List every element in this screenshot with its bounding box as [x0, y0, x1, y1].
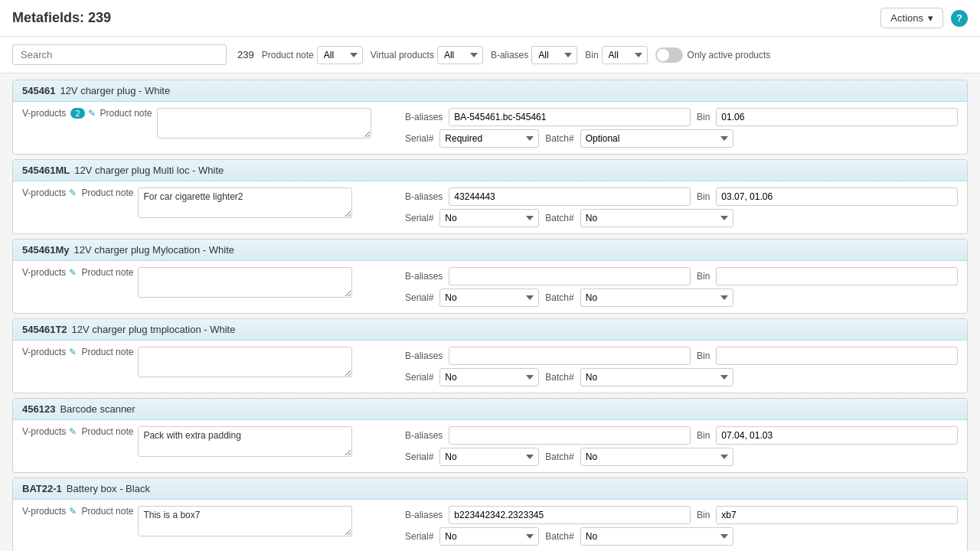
- bin-label: Bin: [697, 191, 710, 202]
- b-aliases-input[interactable]: [449, 267, 691, 285]
- bin-label: Bin: [697, 112, 710, 122]
- bin-input[interactable]: [716, 187, 958, 206]
- product-header[interactable]: 545461T212V charger plug tmplocation - W…: [13, 319, 967, 341]
- b-aliases-label: B-aliases: [405, 350, 443, 361]
- serial-label: Serial#: [405, 531, 433, 542]
- product-row: V-products ✎Product noteThis is a box7 B…: [22, 506, 958, 546]
- batch-label: Batch#: [545, 531, 573, 542]
- serial-select[interactable]: NoRequiredOptional: [439, 368, 539, 386]
- b-aliases-input[interactable]: [449, 506, 691, 524]
- bin-select[interactable]: All: [602, 46, 648, 64]
- search-input[interactable]: [12, 44, 227, 65]
- product-name: 12V charger plug Mylocation - White: [74, 244, 234, 256]
- v-products-badge: 2: [70, 108, 84, 119]
- product-header[interactable]: 545461ML12V charger plug Multi loc - Whi…: [13, 160, 967, 181]
- actions-chevron-icon: ▾: [928, 12, 933, 24]
- v-products-label: V-products2 ✎: [22, 108, 96, 119]
- product-note-label: Product note: [81, 347, 133, 357]
- v-products-text: V-products: [22, 187, 66, 198]
- virtual-products-label: Virtual products: [371, 50, 434, 60]
- product-note-textarea[interactable]: [157, 108, 371, 139]
- active-products-toggle-container: Only active products: [655, 47, 771, 63]
- product-header[interactable]: 54546112V charger plug - White: [13, 80, 967, 102]
- b-aliases-label: B-aliases: [405, 271, 443, 282]
- product-note-textarea[interactable]: Pack with extra padding: [138, 426, 352, 457]
- batch-select[interactable]: NoRequiredOptional: [580, 448, 733, 466]
- b-aliases-input[interactable]: [449, 426, 691, 445]
- product-body: V-products ✎Product note B-aliases Bin S…: [13, 341, 967, 393]
- batch-label: Batch#: [545, 452, 573, 462]
- b-aliases-label: B-aliases: [405, 191, 443, 202]
- product-note-label: Product note: [81, 506, 133, 517]
- help-icon[interactable]: ?: [951, 10, 968, 27]
- product-section: 54546112V charger plug - WhiteV-products…: [12, 80, 968, 155]
- product-note-label: Product note: [81, 267, 133, 278]
- serial-select[interactable]: NoRequiredOptional: [439, 129, 539, 148]
- product-list: 54546112V charger plug - WhiteV-products…: [0, 73, 980, 551]
- bin-input[interactable]: [716, 108, 958, 126]
- serial-select[interactable]: NoRequiredOptional: [439, 289, 539, 307]
- batch-select[interactable]: NoRequiredOptional: [580, 527, 733, 546]
- batch-select[interactable]: NoRequiredOptional: [580, 289, 733, 307]
- product-header[interactable]: 545461My12V charger plug Mylocation - Wh…: [13, 240, 967, 261]
- product-header[interactable]: BAT22-1Battery box - Black: [13, 478, 967, 500]
- serial-select[interactable]: NoRequiredOptional: [439, 527, 539, 546]
- edit-icon[interactable]: ✎: [69, 347, 77, 357]
- product-row: V-products ✎Product noteFor car cigarett…: [22, 187, 958, 227]
- bin-input[interactable]: [716, 347, 958, 365]
- bin-input[interactable]: [716, 426, 958, 445]
- left-wrap: V-products ✎Product noteThis is a box7: [22, 506, 390, 536]
- right-section: B-aliases Bin Serial# NoRequiredOptional…: [405, 108, 958, 148]
- product-note-textarea[interactable]: [138, 347, 352, 377]
- edit-icon[interactable]: ✎: [69, 426, 77, 437]
- filter-bar: 239 Product note All Virtual products Al…: [0, 37, 980, 73]
- bin-filter-label: Bin: [585, 50, 598, 60]
- b-aliases-label: B-aliases: [491, 50, 528, 60]
- b-aliases-label: B-aliases: [405, 510, 443, 520]
- b-aliases-input[interactable]: [449, 187, 691, 206]
- serial-select[interactable]: NoRequiredOptional: [439, 448, 539, 466]
- aliases-bin-row: B-aliases Bin: [405, 267, 958, 285]
- b-aliases-input[interactable]: [449, 347, 691, 365]
- v-products-text: V-products: [22, 267, 66, 278]
- serial-batch-row: Serial# NoRequiredOptional Batch# NoRequ…: [405, 448, 958, 466]
- product-note-textarea[interactable]: [138, 267, 352, 298]
- v-products-text: V-products: [22, 506, 66, 517]
- batch-label: Batch#: [545, 292, 573, 303]
- b-aliases-select[interactable]: All: [531, 46, 577, 64]
- aliases-bin-row: B-aliases Bin: [405, 108, 958, 126]
- edit-icon[interactable]: ✎: [88, 108, 96, 119]
- batch-select[interactable]: NoRequiredOptional: [580, 129, 733, 148]
- batch-select[interactable]: NoRequiredOptional: [580, 209, 733, 227]
- batch-label: Batch#: [545, 372, 573, 383]
- product-section: 545461T212V charger plug tmplocation - W…: [12, 318, 968, 393]
- serial-label: Serial#: [405, 292, 433, 303]
- bin-label: Bin: [697, 430, 710, 441]
- product-note-select[interactable]: All: [317, 46, 363, 64]
- edit-icon[interactable]: ✎: [69, 506, 77, 517]
- batch-select[interactable]: NoRequiredOptional: [580, 368, 733, 386]
- product-id: 456123: [22, 403, 55, 415]
- batch-label: Batch#: [545, 133, 573, 144]
- actions-button[interactable]: Actions ▾: [880, 8, 943, 28]
- product-name: 12V charger plug Multi loc - White: [74, 165, 224, 176]
- header-actions: Actions ▾ ?: [880, 8, 968, 28]
- bin-input[interactable]: [716, 506, 958, 524]
- virtual-products-select[interactable]: All: [437, 46, 483, 64]
- active-products-toggle[interactable]: [655, 47, 683, 63]
- product-name: Battery box - Black: [67, 483, 150, 494]
- edit-icon[interactable]: ✎: [69, 187, 77, 198]
- b-aliases-filter: B-aliases All: [491, 46, 577, 64]
- product-row: V-products2 ✎Product note B-aliases Bin …: [22, 108, 958, 148]
- right-section: B-aliases Bin Serial# NoRequiredOptional…: [405, 347, 958, 386]
- serial-label: Serial#: [405, 133, 433, 144]
- bin-label: Bin: [697, 510, 710, 520]
- bin-input[interactable]: [716, 267, 958, 285]
- edit-icon[interactable]: ✎: [69, 267, 77, 278]
- serial-select[interactable]: NoRequiredOptional: [439, 209, 539, 227]
- product-header[interactable]: 456123Barcode scanner: [13, 399, 967, 420]
- b-aliases-input[interactable]: [449, 108, 691, 126]
- product-note-textarea[interactable]: For car cigarette lighter2: [138, 187, 352, 218]
- bin-filter: Bin All: [585, 46, 647, 64]
- product-note-textarea[interactable]: This is a box7: [138, 506, 352, 536]
